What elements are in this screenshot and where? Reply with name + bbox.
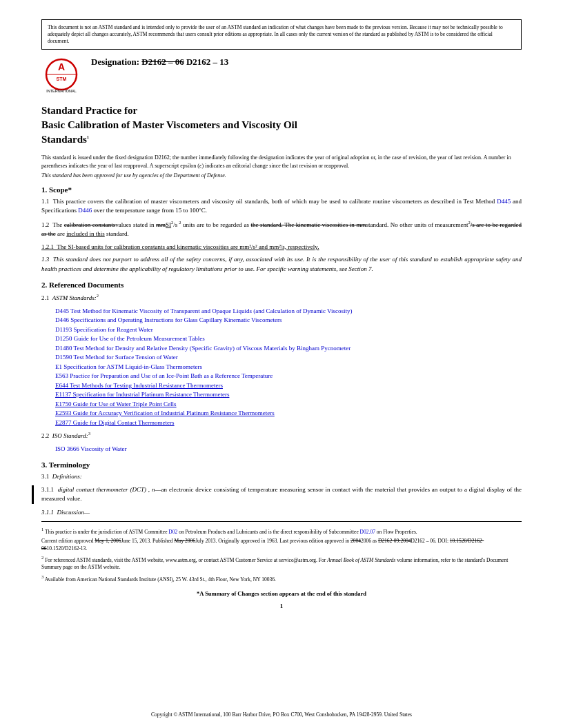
- ref-iso3666[interactable]: ISO 3666 Viscosity of Water: [55, 445, 522, 454]
- svg-text:A: A: [58, 61, 65, 72]
- ref-d1193[interactable]: D1193 Specification for Reagent Water: [55, 325, 522, 335]
- definitions-label: 3.1 Definitions:: [41, 472, 522, 482]
- svg-text:STM: STM: [57, 77, 67, 81]
- scope-1-3: 1.3 This standard does not purport to ad…: [41, 255, 522, 274]
- footnote-3: 2 For referenced ASTM standards, visit t…: [41, 554, 522, 572]
- designation-old: D2162 – 06: [141, 57, 184, 67]
- footnote-4: 3 Available from American National Stand…: [41, 574, 522, 583]
- header-row: A STM INTERNATIONAL Designation: D2162 –…: [41, 57, 522, 98]
- footnote-2: Current edition approved May 1, 2006June…: [41, 538, 522, 552]
- astm-standards-label: 2.1 ASTM Standards:2: [41, 292, 522, 303]
- discussion-label: 3.1.1 Discussion—: [41, 508, 522, 518]
- astm-logo: A STM INTERNATIONAL: [41, 57, 81, 98]
- iso-standard-label: 2.2 ISO Standard:3: [41, 430, 522, 441]
- ref-d1590[interactable]: D1590 Test Method for Surface Tension of…: [55, 353, 522, 363]
- ref-e1137[interactable]: E1137 Specification for Industrial Plati…: [55, 390, 522, 400]
- separator: [41, 521, 522, 522]
- ref-e644[interactable]: E644 Test Methods for Testing Industrial…: [55, 381, 522, 391]
- disclaimer-box: This document is not an ASTM standard an…: [41, 19, 522, 50]
- ref-e1[interactable]: E1 Specification for ASTM Liquid-in-Glas…: [55, 363, 522, 372]
- page-number: 1: [41, 603, 522, 609]
- footnote-1: 1 This practice is under the jurisdictio…: [41, 526, 522, 536]
- disclaimer-text: This document is not an ASTM standard an…: [48, 24, 503, 44]
- copyright-footer: Copyright © ASTM International, 100 Barr…: [0, 711, 563, 718]
- ref-e2877[interactable]: E2877 Guide for Digital Contact Thermome…: [55, 418, 522, 428]
- standard-note: This standard is issued under the fixed …: [41, 154, 522, 169]
- dct-definition-container: 3.1.1 digital contact thermometer (DCT) …: [41, 485, 522, 504]
- footnotes: 1 This practice is under the jurisdictio…: [41, 526, 522, 583]
- scope-1-2-1: 1.2.1 The SI-based units for calibration…: [41, 243, 522, 252]
- designation-new: D2162 – 13: [186, 57, 228, 67]
- ref-d1480[interactable]: D1480 Test Method for Density and Relati…: [55, 344, 522, 354]
- ref-list-blue: D445 Test Method for Kinematic Viscosity…: [55, 307, 522, 428]
- designation-label: Designation: D2162 – 06 D2162 – 13: [91, 57, 228, 67]
- main-title: Standard Practice for Basic Calibration …: [41, 103, 522, 147]
- referenced-docs-heading: 2. Referenced Documents: [41, 281, 522, 289]
- ref-list-iso: ISO 3666 Viscosity of Water: [55, 445, 522, 454]
- ref-e2593[interactable]: E2593 Guide for Accuracy Verification of…: [55, 409, 522, 418]
- ref-d445[interactable]: D445 Test Method for Kinematic Viscosity…: [55, 307, 522, 316]
- scope-1-1: 1.1 This practice covers the calibration…: [41, 197, 522, 216]
- scope-heading: 1. Scope*: [41, 185, 522, 194]
- dct-definition: 3.1.1 digital contact thermometer (DCT) …: [41, 485, 522, 504]
- ref-d1250[interactable]: D1250 Guide for Use of the Petroleum Mea…: [55, 334, 522, 344]
- scope-1-2: 1.2 The calibration constantsvalues stat…: [41, 219, 522, 239]
- ref-e1750[interactable]: E1750 Guide for Use of Water Triple Poin…: [55, 400, 522, 410]
- terminology-heading: 3. Terminology: [41, 461, 522, 469]
- summary-note: *A Summary of Changes section appears at…: [41, 590, 522, 597]
- ref-e563[interactable]: E563 Practice for Preparation and Use of…: [55, 372, 522, 381]
- ref-d446[interactable]: D446 Specifications and Operating Instru…: [55, 316, 522, 325]
- defense-note: This standard has been approved for use …: [41, 172, 522, 179]
- designation-area: Designation: D2162 – 06 D2162 – 13: [91, 57, 228, 68]
- svg-text:INTERNATIONAL: INTERNATIONAL: [46, 89, 77, 93]
- title-block: Standard Practice for Basic Calibration …: [41, 103, 522, 147]
